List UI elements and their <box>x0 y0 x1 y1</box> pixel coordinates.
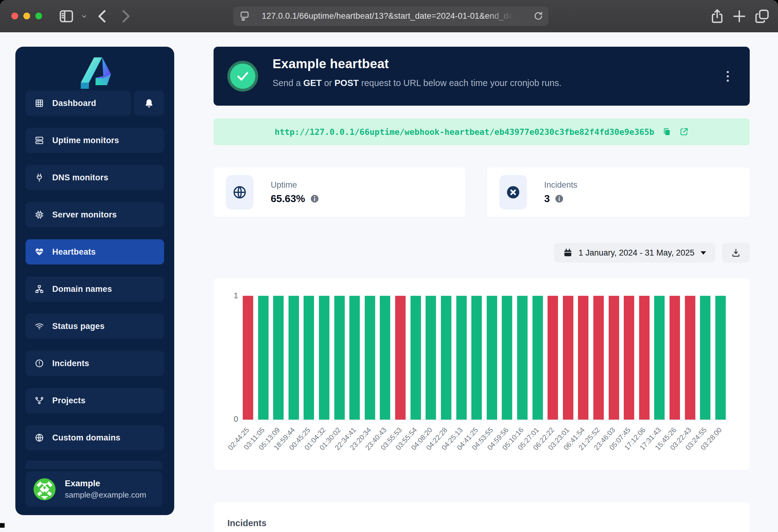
chart-slot: 04:25:13 <box>456 296 467 420</box>
sidebar-item-dashboard[interactable]: Dashboard <box>25 91 131 116</box>
chart-bar-down[interactable] <box>548 296 558 420</box>
sidebar-item-partial[interactable] <box>25 460 162 469</box>
chart-slot: 15:45:26 <box>670 296 680 420</box>
chart-bar-up[interactable] <box>456 296 467 420</box>
chart-bar-up[interactable] <box>410 296 421 420</box>
sidebar-item-incidents[interactable]: Incidents <box>25 351 164 376</box>
chart-slot: 17:31:43 <box>654 296 665 420</box>
chart-bar-up[interactable] <box>715 296 726 420</box>
download-icon <box>731 248 741 257</box>
share-icon[interactable] <box>709 8 725 24</box>
sidebar-item-label: Status pages <box>52 322 104 331</box>
uptime-stat-card: Uptime 65.63% <box>214 167 466 217</box>
chart-slot: 23:20:34 <box>365 296 375 420</box>
chevron-down-icon[interactable] <box>76 8 92 24</box>
close-window-button[interactable] <box>11 13 18 19</box>
chart-slot: 01:04:32 <box>319 296 329 420</box>
download-button[interactable] <box>722 243 750 263</box>
globe-icon <box>35 433 44 442</box>
chart-bar-down[interactable] <box>670 296 680 420</box>
chart-slot: 04:08:20 <box>425 296 436 420</box>
address-bar[interactable]: 127.0.0.1/66uptime/heartbeat/13?&start_d… <box>233 6 548 26</box>
external-link-icon[interactable] <box>679 127 689 137</box>
chart-slot: 23:46:03 <box>609 296 619 420</box>
incidents-value: 3 <box>544 193 550 204</box>
chart-bar-up[interactable] <box>273 296 284 420</box>
sidebar-item-heartbeats[interactable]: Heartbeats <box>25 239 164 264</box>
subtitle-part: Send a <box>273 78 303 88</box>
user-email: sample@example.com <box>65 490 146 500</box>
chart-bar-up[interactable] <box>425 296 436 420</box>
sidebar-item-label: DNS monitors <box>52 173 108 182</box>
webhook-url[interactable]: http://127.0.0.1/66uptime/webhook-heartb… <box>275 127 654 137</box>
browser-toolbar: 127.0.0.1/66uptime/heartbeat/13?&start_d… <box>0 0 778 32</box>
notifications-button[interactable] <box>134 91 164 116</box>
chart-bar-up[interactable] <box>319 296 329 420</box>
chart-bar-up[interactable] <box>533 296 543 420</box>
sidebar-item-status-pages[interactable]: Status pages <box>25 314 164 339</box>
zoom-window-button[interactable] <box>35 13 42 19</box>
server-icon <box>35 136 44 145</box>
sidebar-panel-icon[interactable] <box>58 8 74 24</box>
chart-bar-up[interactable] <box>487 296 497 420</box>
heartbeat-chart-card: 1 0 02:44:2503:11:0505:13:0918:59:4400:4… <box>214 278 750 470</box>
chart-bar-down[interactable] <box>395 296 406 420</box>
info-icon[interactable] <box>310 194 319 203</box>
back-icon[interactable] <box>95 8 110 24</box>
info-icon[interactable] <box>555 194 564 203</box>
heartbeat-header-card: Example heartbeat Send a GET or POST req… <box>214 47 750 106</box>
more-options-button[interactable] <box>721 67 734 85</box>
tabs-overview-icon[interactable] <box>754 8 770 24</box>
sidebar-item-server-monitors[interactable]: Server monitors <box>25 202 164 227</box>
subtitle-part: or <box>322 78 335 88</box>
date-range-picker[interactable]: 1 January, 2024 - 31 May, 2025 <box>554 243 715 263</box>
sitemap-icon <box>35 284 44 294</box>
page-title: Example heartbeat <box>273 57 389 71</box>
chart-bar-up[interactable] <box>517 296 528 420</box>
chart-bar-down[interactable] <box>609 296 619 420</box>
chart-bar-up[interactable] <box>441 296 451 420</box>
incidents-section-title: Incidents <box>227 518 266 528</box>
chart-bar-up[interactable] <box>654 296 665 420</box>
minimize-window-button[interactable] <box>23 13 30 19</box>
chart-slot: 00:45:25 <box>304 296 314 420</box>
webhook-url-bar: http://127.0.0.1/66uptime/webhook-heartb… <box>214 118 750 145</box>
page-subtitle: Send a GET or POST request to URL below … <box>273 78 561 88</box>
sidebar-item-dns-monitors[interactable]: DNS monitors <box>25 165 164 190</box>
chart-bar-up[interactable] <box>258 296 268 420</box>
stat-icon-tile <box>226 175 253 209</box>
chart-bar-up[interactable] <box>365 296 375 420</box>
user-profile[interactable]: Example sample@example.com <box>25 471 162 507</box>
chart-bar-up[interactable] <box>304 296 314 420</box>
chart-bar-up[interactable] <box>349 296 360 420</box>
browser-window: 127.0.0.1/66uptime/heartbeat/13?&start_d… <box>0 0 778 532</box>
chart-bar-down[interactable] <box>639 296 649 420</box>
sidebar-item-domain-names[interactable]: Domain names <box>25 276 164 301</box>
chart-slot: 23:40:43 <box>380 296 390 420</box>
chart-slot: 21:25:52 <box>593 296 604 420</box>
chart-bar-up[interactable] <box>380 296 390 420</box>
page-icon <box>239 11 250 21</box>
chart-bar-down[interactable] <box>243 296 253 420</box>
caret-down-icon <box>701 251 706 255</box>
chart-bar-up[interactable] <box>700 296 710 420</box>
chart-bar-up[interactable] <box>471 296 482 420</box>
uptime-value: 65.63% <box>271 193 305 204</box>
chart-slot: 04:41:25 <box>471 296 482 420</box>
sidebar-item-custom-domains[interactable]: Custom domains <box>25 425 164 450</box>
sidebar-item-uptime-monitors[interactable]: Uptime monitors <box>25 128 164 153</box>
chart-bar-up[interactable] <box>502 296 512 420</box>
new-tab-icon[interactable] <box>731 8 747 24</box>
chart-bar-down[interactable] <box>685 296 695 420</box>
chart-bar-down[interactable] <box>563 296 573 420</box>
chart-bar-down[interactable] <box>593 296 604 420</box>
chart-bar-up[interactable] <box>289 296 299 420</box>
chart-slot: 03:23:01 <box>563 296 573 420</box>
chart-bar-down[interactable] <box>624 296 634 420</box>
reload-icon[interactable] <box>533 11 544 21</box>
sidebar-item-projects[interactable]: Projects <box>25 388 164 413</box>
chart-bar-down[interactable] <box>578 296 589 420</box>
chart-bar-up[interactable] <box>334 296 345 420</box>
copy-icon[interactable] <box>662 127 672 137</box>
subtitle-post: POST <box>335 78 359 88</box>
